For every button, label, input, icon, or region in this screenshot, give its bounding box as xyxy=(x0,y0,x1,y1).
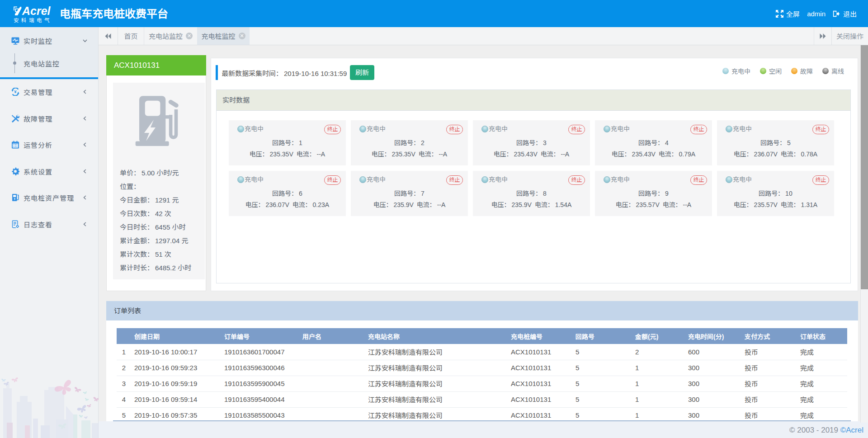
svg-text:¥: ¥ xyxy=(14,89,17,94)
